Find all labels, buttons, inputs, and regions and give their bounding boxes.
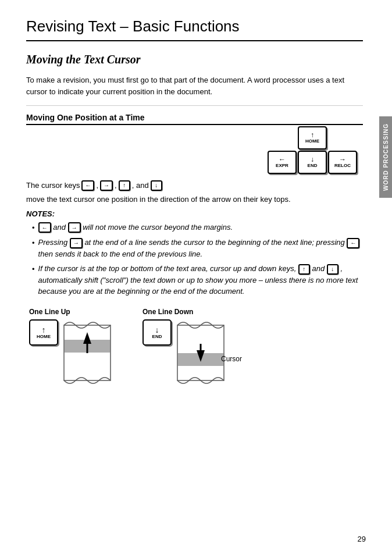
cursor-text-after: move the text cursor one position in the…	[26, 194, 291, 206]
note1-right-key: →	[68, 222, 81, 233]
note2-right-key: →	[70, 238, 83, 248]
section-heading: Moving the Text Cursor	[26, 53, 363, 66]
one-line-up-section: One Line Up ↑ HOME	[29, 308, 113, 386]
page-title: Revising Text – Basic Functions	[26, 17, 363, 41]
note-item-2: Pressing → at the end of a line sends th…	[32, 237, 363, 259]
notes-section: NOTES: ← and → will not move the cursor …	[26, 209, 363, 297]
key-diagram-area: ↑ HOME ← EXPR ↓ END → RELOC	[26, 126, 363, 174]
end-key-large: ↓ END	[142, 319, 172, 346]
note1-left-key: ←	[38, 222, 51, 233]
up-arrow-key: ↑	[119, 180, 130, 191]
bottom-diagrams: One Line Up ↑ HOME	[26, 308, 363, 386]
note-item-3: If the cursor is at the top or bottom of…	[32, 263, 363, 297]
page-content: Revising Text – Basic Functions Moving t…	[0, 0, 392, 404]
intro-text: To make a revision, you must first go to…	[26, 74, 363, 97]
subsection-area: Moving One Position at a Time ↑ HOME ← E…	[26, 113, 363, 174]
subsection-header: Moving One Position at a Time	[26, 113, 363, 125]
scroll-right	[174, 319, 227, 386]
right-arrow-key: →	[100, 180, 113, 191]
cursor-label-area: Cursor	[221, 354, 242, 363]
one-line-up-label: One Line Up	[29, 308, 113, 316]
cursor-text-before: The cursor keys	[26, 180, 80, 192]
note3-up-key: ↑	[298, 264, 310, 275]
notes-list: ← and → will not move the cursor beyond …	[26, 222, 363, 297]
one-line-down-section: One Line Down ↓ END	[142, 308, 227, 386]
one-line-down-label: One Line Down	[142, 308, 227, 316]
sidebar-tab: WORD PROCESSING	[379, 116, 392, 198]
note3-down-key: ↓	[327, 264, 338, 275]
down-arrow-key: ↓	[151, 180, 162, 191]
scroll-left	[61, 319, 113, 386]
note2-left-key: ←	[347, 238, 359, 248]
cursor-label: Cursor	[221, 355, 242, 363]
cursor-keys-description: The cursor keys ← , → , ↑ , and ↓ move t…	[26, 180, 363, 206]
end-key: ↓ END	[298, 151, 327, 174]
notes-title: NOTES:	[26, 209, 363, 218]
home-key: ↑ HOME	[298, 126, 327, 150]
expr-key: ← EXPR	[268, 151, 297, 174]
left-arrow-key: ←	[81, 180, 94, 191]
note-item-1: ← and → will not move the cursor beyond …	[32, 222, 363, 234]
home-key-large: ↑ HOME	[29, 319, 58, 346]
reloc-key: → RELOC	[328, 151, 357, 174]
page-number: 29	[358, 535, 366, 543]
key-diagram: ↑ HOME ← EXPR ↓ END → RELOC	[268, 126, 357, 174]
